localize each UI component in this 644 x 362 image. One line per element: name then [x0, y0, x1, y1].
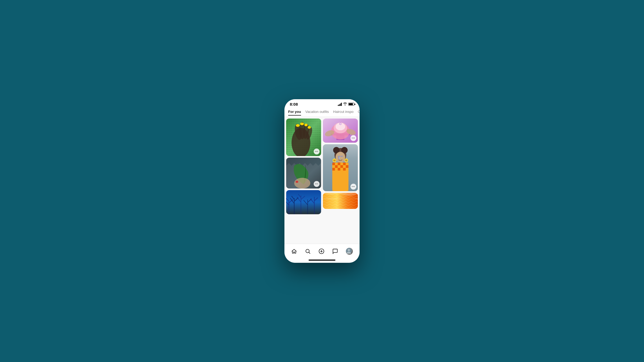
svg-rect-36	[341, 162, 343, 165]
svg-point-53	[333, 159, 336, 162]
svg-point-24	[340, 123, 341, 124]
svg-rect-40	[335, 165, 338, 168]
pin-options-plant[interactable]: •••	[314, 181, 320, 187]
home-indicator	[284, 257, 360, 263]
pin-options-green-nails[interactable]: •••	[314, 149, 320, 154]
tab-color[interactable]: Color	[358, 110, 360, 116]
svg-rect-41	[338, 165, 341, 168]
svg-rect-33	[332, 162, 335, 165]
pin-card-green-nails[interactable]: •••	[286, 119, 321, 156]
svg-point-31	[336, 152, 345, 162]
nav-profile[interactable]	[344, 247, 355, 256]
svg-point-14	[294, 178, 310, 189]
avatar	[346, 248, 353, 255]
svg-point-62	[306, 249, 309, 253]
svg-point-54	[334, 160, 334, 160]
tab-vacation-outfits[interactable]: Vacation outfits	[305, 110, 329, 116]
signal-icon	[338, 103, 342, 106]
pin-card-fashion[interactable]: •••	[323, 144, 358, 191]
svg-rect-46	[335, 168, 338, 171]
svg-point-12	[308, 126, 311, 129]
battery-icon	[348, 103, 354, 106]
svg-rect-35	[338, 162, 341, 165]
pin-card-trees[interactable]	[286, 190, 321, 214]
masonry-grid: •••	[284, 117, 360, 244]
svg-point-57	[345, 159, 348, 162]
pin-card-gold-fabric[interactable]	[323, 193, 358, 209]
status-bar: 8:08	[284, 99, 360, 108]
pin-options-fashion[interactable]: •••	[350, 184, 356, 190]
nav-add[interactable]	[316, 247, 327, 255]
svg-point-55	[335, 160, 335, 160]
phone-shell: 8:08 For you Vacation outfits	[284, 99, 360, 263]
svg-point-10	[300, 123, 304, 125]
tab-bar: For you Vacation outfits Haircut inspo C…	[284, 108, 360, 117]
svg-rect-39	[332, 165, 335, 168]
content-area: •••	[284, 117, 360, 244]
svg-rect-38	[346, 162, 349, 165]
svg-rect-45	[332, 168, 335, 171]
svg-rect-16	[286, 190, 321, 214]
pin-card-pink-cake[interactable]: •••	[323, 119, 358, 143]
status-time: 8:08	[290, 102, 298, 106]
svg-point-58	[346, 160, 346, 160]
svg-rect-47	[338, 168, 341, 171]
tab-haircut-inspo[interactable]: Haircut inspo	[333, 110, 354, 116]
masonry-col-right: •••	[323, 119, 358, 242]
pin-card-plant[interactable]: •••	[286, 158, 321, 189]
svg-point-11	[305, 124, 308, 126]
nav-home[interactable]	[289, 247, 299, 255]
pin-options-pink-cake[interactable]: •••	[350, 135, 356, 141]
svg-point-59	[347, 160, 347, 160]
svg-rect-34	[335, 162, 338, 165]
wifi-icon	[343, 102, 347, 106]
svg-rect-42	[341, 165, 343, 168]
nav-search[interactable]	[303, 247, 313, 255]
svg-rect-43	[343, 165, 346, 168]
svg-rect-37	[343, 162, 346, 165]
svg-point-15	[296, 181, 298, 183]
status-icons	[338, 102, 354, 106]
bottom-nav	[284, 244, 360, 257]
svg-point-65	[348, 249, 350, 251]
svg-rect-48	[341, 168, 343, 171]
svg-rect-50	[346, 168, 349, 171]
svg-rect-44	[346, 165, 349, 168]
svg-point-9	[296, 124, 300, 127]
nav-messages[interactable]	[330, 247, 340, 255]
svg-rect-51	[332, 171, 349, 191]
svg-rect-49	[343, 168, 346, 171]
masonry-col-left: •••	[286, 119, 321, 242]
home-bar	[309, 260, 335, 261]
tab-for-you[interactable]: For you	[288, 110, 301, 116]
